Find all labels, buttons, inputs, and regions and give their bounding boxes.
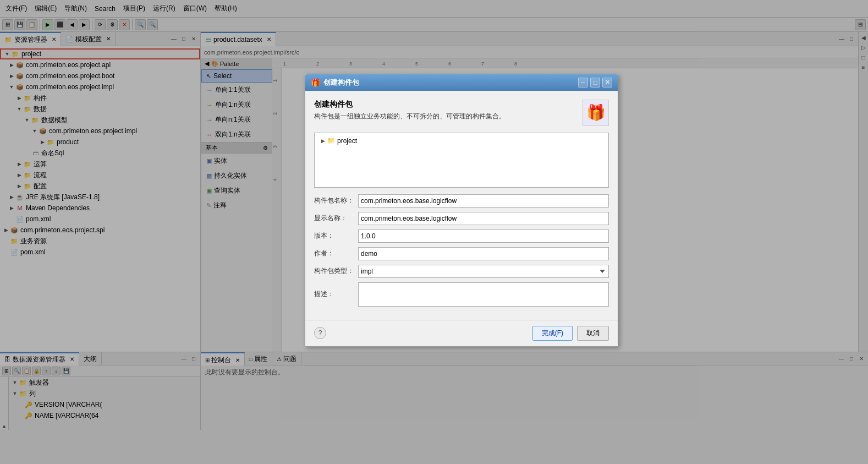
modal-project-icon: 📁 <box>327 137 336 145</box>
modal-header-title: 创建构件包 <box>314 100 506 110</box>
modal-create-package: 🎁 创建构件包 ─ □ ✕ 创建构件包 构件包是一组独立业务功能的、不可拆分的、… <box>305 74 618 347</box>
label-desc: 描述： <box>314 290 358 299</box>
modal-body: 创建构件包 构件包是一组独立业务功能的、不可拆分的、可管理的构件集合。 🎁 ▶ … <box>305 91 618 320</box>
label-package-name: 构件包名称： <box>314 196 358 205</box>
modal-minimize-btn[interactable]: ─ <box>578 78 588 88</box>
input-package-name[interactable] <box>358 194 609 208</box>
modal-titlebar-controls: ─ □ ✕ <box>578 78 612 88</box>
modal-footer-buttons: 完成(F) 取消 <box>532 326 609 341</box>
form-row-author: 作者： <box>314 247 609 260</box>
label-display-name: 显示名称： <box>314 214 358 223</box>
form-row-desc: 描述： <box>314 282 609 307</box>
modal-titlebar: 🎁 创建构件包 ─ □ ✕ <box>305 74 618 91</box>
modal-title-icon: 🎁 <box>311 78 320 87</box>
label-version: 版本： <box>314 231 358 241</box>
modal-footer: ? 完成(F) 取消 <box>305 320 618 346</box>
input-version[interactable] <box>358 230 609 243</box>
modal-header-icon: 🎁 <box>583 100 609 126</box>
form-row-version: 版本： <box>314 230 609 243</box>
modal-tree-area[interactable]: ▶ 📁 project <box>314 133 609 188</box>
modal-close-btn[interactable]: ✕ <box>602 78 612 88</box>
modal-header-section: 创建构件包 构件包是一组独立业务功能的、不可拆分的、可管理的构件集合。 🎁 <box>314 100 609 126</box>
form-row-type: 构件包类型： impl api spi boot <box>314 265 609 278</box>
modal-title: 🎁 创建构件包 <box>311 78 359 88</box>
select-package-type[interactable]: impl api spi boot <box>358 265 609 278</box>
modal-title-label: 创建构件包 <box>323 78 359 88</box>
modal-header-subtitle: 构件包是一组独立业务功能的、不可拆分的、可管理的构件集合。 <box>314 112 506 121</box>
modal-project-label: project <box>337 137 357 145</box>
label-type: 构件包类型： <box>314 266 358 276</box>
cancel-button[interactable]: 取消 <box>577 326 609 341</box>
modal-maximize-btn[interactable]: □ <box>590 78 600 88</box>
modal-header-text: 创建构件包 构件包是一组独立业务功能的、不可拆分的、可管理的构件集合。 <box>314 100 506 121</box>
input-author[interactable] <box>358 247 609 260</box>
textarea-desc[interactable] <box>358 282 609 307</box>
modal-tree-project[interactable]: ▶ 📁 project <box>317 135 606 146</box>
finish-button[interactable]: 完成(F) <box>532 326 573 341</box>
form-row-package-name: 构件包名称： <box>314 194 609 208</box>
modal-toggle-project[interactable]: ▶ <box>319 137 327 145</box>
form-row-display-name: 显示名称： <box>314 212 609 225</box>
help-btn[interactable]: ? <box>314 327 326 339</box>
modal-overlay: 🎁 创建构件包 ─ □ ✕ 创建构件包 构件包是一组独立业务功能的、不可拆分的、… <box>0 0 868 464</box>
package-gift-icon: 🎁 <box>586 103 606 122</box>
label-author: 作者： <box>314 249 358 258</box>
input-display-name[interactable] <box>358 212 609 225</box>
